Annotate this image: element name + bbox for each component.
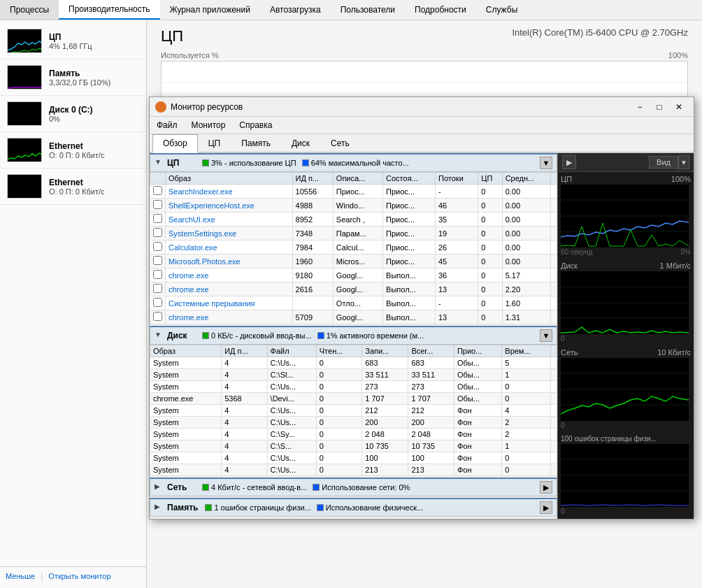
cpu-row-threads: 19: [436, 227, 478, 241]
menu-help[interactable]: Справка: [232, 118, 279, 132]
disk-table-row[interactable]: System 4 C:\Us... 0 273 273 Обы... 0: [150, 381, 557, 393]
tab-details[interactable]: Подробности: [405, 0, 476, 20]
net-section-header[interactable]: ▶ Сеть 4 Кбит/с - сетевой ввод-в... Испо…: [150, 478, 557, 496]
open-monitor-button[interactable]: Открыть монитор: [48, 572, 110, 580]
cpu-table-row[interactable]: Calculator.exe 7984 Calcul... Приос... 2…: [150, 241, 557, 254]
tab-apphistory[interactable]: Журнал приложений: [160, 0, 260, 20]
cpu-row-checkbox[interactable]: [153, 242, 162, 251]
cpu-row-checkbox[interactable]: [153, 214, 162, 223]
cpu-table-row[interactable]: chrome.exe 2616 Googl... Выпол... 13 0 2…: [150, 282, 557, 296]
disk-row-pid: 4: [222, 357, 267, 369]
resmon-body: ▼ ЦП 3% - использование ЦП 64% максималь…: [150, 153, 694, 519]
resmon-tab-disk[interactable]: Диск: [281, 134, 320, 152]
disk-row-name: System: [150, 417, 222, 429]
cpu-row-checkbox[interactable]: [153, 312, 162, 321]
net-expand-btn[interactable]: ▶: [540, 481, 552, 494]
cpu-row-pad: [551, 296, 557, 310]
disk-table-row[interactable]: System 4 C:\Sy... 0 2 048 2 048 Фон 2: [150, 429, 557, 440]
disk-row-name: System: [150, 452, 222, 464]
mem-stat1-badge: 1 ошибок страницы физи...: [205, 503, 310, 512]
sidebar-item-cpu[interactable]: ЦП 4% 1,68 ГГц: [0, 23, 146, 59]
cpu-table-row[interactable]: SearchUI.exe 8952 Search , Приос... 35 0…: [150, 213, 557, 227]
disk-table-row[interactable]: System 4 C:\Sl... 0 33 511 33 511 Обы...…: [150, 369, 557, 381]
mem-section-header[interactable]: ▶ Память 1 ошибок страницы физи... Испол…: [150, 498, 557, 517]
graph-nav-back[interactable]: ▶: [562, 155, 576, 169]
disk-expand-btn[interactable]: ▼: [540, 329, 552, 342]
taskmanager-bottom-bar: Меньше | Открыть монитор: [0, 566, 146, 585]
disk-row-pid: 4: [222, 429, 267, 440]
resmon-tab-net[interactable]: Сеть: [320, 134, 360, 152]
resmon-tab-memory[interactable]: Память: [231, 134, 281, 152]
mem-stat2-badge: Использование физическ...: [317, 503, 423, 512]
chart-label-row: Используется % 100%: [161, 51, 688, 59]
cpu-row-pad: [551, 213, 557, 227]
resmon-tab-cpu[interactable]: ЦП: [198, 134, 231, 152]
disk-row-write: 10 735: [362, 440, 408, 452]
less-button[interactable]: Меньше: [6, 572, 35, 580]
disk-row-resp: 4: [502, 405, 551, 417]
cpu-row-pid: [292, 296, 333, 310]
cpu-row-checkbox[interactable]: [153, 298, 162, 307]
mem-expand-btn[interactable]: ▶: [540, 501, 552, 514]
cpu-row-checkbox[interactable]: [153, 228, 162, 237]
disk-row-pad: [551, 440, 557, 452]
cpu-row-checkbox[interactable]: [153, 284, 162, 293]
resmon-title: Монитор ресурсов: [171, 102, 631, 112]
disk-section-header[interactable]: ▼ Диск 0 КБ/с - дисковый ввод-вы... 1% а…: [150, 326, 557, 345]
cpu-section-header[interactable]: ▼ ЦП 3% - использование ЦП 64% максималь…: [150, 153, 557, 172]
net-graph-title-row: Сеть 10 Кбит/с: [561, 348, 691, 357]
sidebar-item-eth2[interactable]: Ethernet О: 0 П: 0 Кбит/с: [0, 168, 146, 205]
sidebar-item-memory[interactable]: Память 3,3/32,0 ГБ (10%): [0, 59, 146, 96]
disk-row-read: 0: [316, 429, 361, 440]
graph-view-button[interactable]: Вид: [649, 156, 678, 168]
cpu-table-row[interactable]: Системные прерывания Отло... Выпол... - …: [150, 296, 557, 310]
disk-table-row[interactable]: System 4 C:\Us... 0 200 200 Фон 2: [150, 417, 557, 429]
cpu-row-checkbox[interactable]: [153, 186, 162, 195]
disk-row-pad: [551, 429, 557, 440]
disk-stat1-badge: 0 КБ/с - дисковый ввод-вы...: [202, 331, 312, 340]
disk-row-write: 212: [362, 405, 408, 417]
cpu-table-row[interactable]: Microsoft.Photos.exe 1960 Micros... Прио…: [150, 254, 557, 268]
disk-table-row[interactable]: System 4 C:\S... 0 10 735 10 735 Фон 1: [150, 440, 557, 452]
cpu-row-desc: Googl...: [333, 268, 382, 282]
resmon-tab-overview[interactable]: Обзор: [152, 134, 198, 153]
tab-users[interactable]: Пользователи: [331, 0, 405, 20]
disk-row-name: System: [150, 369, 222, 381]
cpu-expand-btn[interactable]: ▼: [540, 157, 552, 169]
menu-file[interactable]: Файл: [150, 118, 185, 132]
maximize-button[interactable]: □: [650, 100, 668, 114]
cpu-row-checkbox[interactable]: [153, 256, 162, 265]
disk-table-row[interactable]: System 4 C:\Us... 0 683 683 Обы... 5: [150, 357, 557, 369]
cpu-row-checkbox[interactable]: [153, 200, 162, 209]
sidebar-item-eth1[interactable]: Ethernet О: 0 П: 0 Кбит/с: [0, 132, 146, 168]
tab-performance[interactable]: Производительность: [59, 0, 159, 20]
cpu-row-state: Приос...: [383, 199, 436, 213]
mem-mini-graph: [7, 65, 42, 89]
disk-graph-time-labels: 0: [561, 335, 691, 343]
graph-view-dropdown[interactable]: ▼: [678, 155, 689, 169]
tab-processes[interactable]: Процессы: [0, 0, 59, 20]
cpu-row-checkbox[interactable]: [153, 270, 162, 279]
close-button[interactable]: ✕: [670, 100, 688, 114]
tab-services[interactable]: Службы: [476, 0, 527, 20]
cpu-table-row[interactable]: SystemSettings.exe 7348 Парам... Приос..…: [150, 227, 557, 241]
disk-stat2-text: 1% активного времени (м...: [327, 331, 424, 340]
disk-table-row[interactable]: chrome.exe 5368 \Devi... 0 1 707 1 707 О…: [150, 393, 557, 405]
disk-table-row[interactable]: System 4 C:\Us... 0 213 213 Фон 0: [150, 464, 557, 476]
cpu-table-row[interactable]: SearchIndexer.exe 10556 Приос... Приос..…: [150, 185, 557, 199]
disk-graph-title-row: Диск 1 Мбит/с: [561, 261, 691, 270]
cpu-stat1-color: [202, 159, 209, 166]
minimize-button[interactable]: −: [631, 100, 649, 114]
cpu-stat1-badge: 3% - использование ЦП: [202, 159, 296, 167]
cpu-table-row[interactable]: ShellExperienceHost.exe 4988 Windo... Пр…: [150, 199, 557, 213]
disk-col-read: Чтен...: [316, 345, 361, 357]
net-stat2-badge: Использование сети: 0%: [313, 483, 410, 492]
disk-table-row[interactable]: System 4 C:\Us... 0 100 100 Фон 0: [150, 452, 557, 464]
disk-table-row[interactable]: System 4 C:\Us... 0 212 212 Фон 4: [150, 405, 557, 417]
disk-section-title: Диск: [167, 331, 195, 340]
cpu-table-row[interactable]: chrome.exe 9180 Googl... Выпол... 36 0 5…: [150, 268, 557, 282]
sidebar-item-disk[interactable]: Диск 0 (C:) 0%: [0, 96, 146, 132]
menu-monitor[interactable]: Монитор: [185, 118, 233, 132]
tab-startup[interactable]: Автозагрузка: [260, 0, 331, 20]
cpu-table-row[interactable]: chrome.exe 5709 Googl... Выпол... 13 0 1…: [150, 310, 557, 324]
